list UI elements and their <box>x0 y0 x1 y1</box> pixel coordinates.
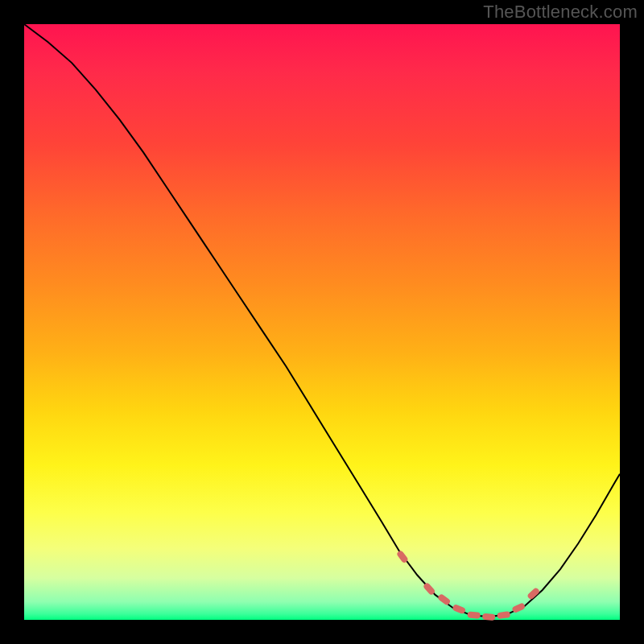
chart-overlay-svg <box>24 24 620 620</box>
highlighted-points-group <box>396 550 540 621</box>
bottleneck-chart-figure: TheBottleneck.com <box>0 0 644 644</box>
highlighted-point <box>467 611 481 619</box>
highlighted-point <box>497 611 510 619</box>
highlighted-point <box>482 613 496 621</box>
watermark-text: TheBottleneck.com <box>483 2 638 23</box>
bottleneck-curve-line <box>24 24 620 617</box>
